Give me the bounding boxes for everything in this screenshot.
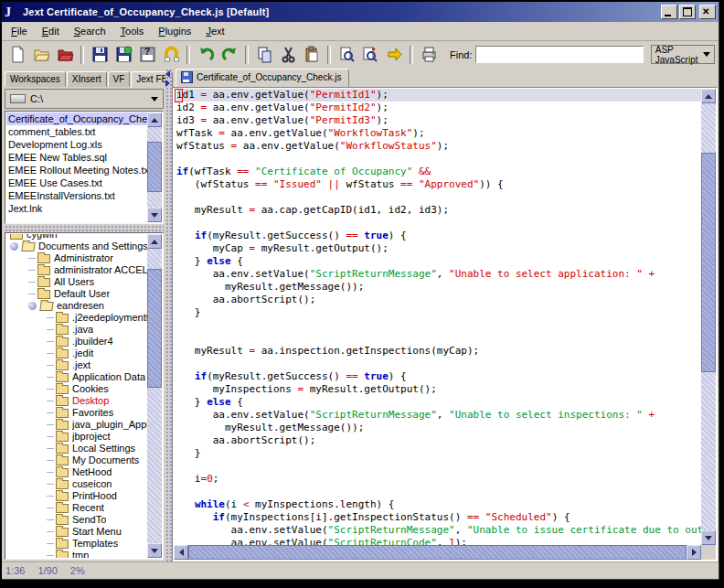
tree-item-all-users[interactable]: All Users [6,276,147,288]
save-button[interactable] [89,44,111,65]
new-file-button[interactable] [6,44,28,65]
vertical-splitter[interactable] [165,69,172,561]
scroll-thumb[interactable] [188,545,687,560]
tab-vf[interactable]: VF [108,71,131,87]
tree-item-default-user[interactable]: Default User [6,288,147,300]
tree-item-start-menu[interactable]: Start Menu [6,526,147,538]
tree-item--jedit[interactable]: .jedit [6,347,147,359]
cut-button[interactable] [277,44,299,65]
code-editor[interactable]: id1 = aa.env.getValue("PermitId1");id2 =… [174,89,701,545]
syntax-mode-combo[interactable]: ASP JavaScript [651,45,715,64]
menu-file[interactable]: File [4,24,35,38]
tree-item-java-plugin-appletstore[interactable]: java_plugin_AppletStore [6,419,147,431]
scroll-down-button[interactable] [147,208,162,222]
tree-item-sendto[interactable]: SendTo [6,514,147,526]
arrow-up-icon [151,118,158,123]
editor-horizontal-scrollbar[interactable] [174,545,701,560]
code-token: aa.cap.getCapID(id1, id2, id3); [255,204,449,216]
tree-item-documents-and-settings[interactable]: Documents and Settings [6,241,147,252]
menu-tools[interactable]: Tools [113,24,152,38]
tree-scrollbar[interactable] [147,234,162,558]
scroll-down-button[interactable] [701,530,716,545]
scroll-up-button[interactable] [701,89,716,103]
file-item[interactable]: Jext.lnk [6,202,147,215]
tab-workspaces[interactable]: Workspaces [5,71,66,87]
tree-item--j2eedeploymenttool[interactable]: .j2eedeploymenttool [6,312,147,324]
tree-item-desktop[interactable]: Desktop [6,395,147,407]
tree-item-label: Local Settings [72,443,135,454]
tree-item-tmp[interactable]: tmp [6,550,147,558]
file-item[interactable]: Certificate_of_Occupancy_Check.js [6,112,147,125]
menu-search[interactable]: Search [67,24,113,38]
copy-button[interactable] [253,44,275,65]
redo-button[interactable] [218,44,240,65]
tree-item--jbuilder4[interactable]: .jbuilder4 [6,336,147,347]
expand-handle-icon[interactable] [10,242,18,251]
menu-plugins[interactable]: Plugins [151,24,198,38]
tree-item-templates[interactable]: Templates [6,538,147,550]
scroll-down-button[interactable] [147,543,162,558]
minimize-button[interactable] [661,5,677,19]
file-list-scrollbar[interactable] [147,112,162,222]
file-item[interactable]: EMEE Use Cases.txt [6,176,147,189]
editor-vertical-scrollbar[interactable] [701,89,716,545]
tree-item-jbproject[interactable]: jbproject [6,431,147,443]
code-line: aa.abortScript(); [176,434,701,447]
scroll-right-button[interactable] [687,545,701,560]
file-item[interactable]: EMEE New Tables.sql [6,151,147,164]
scroll-thumb[interactable] [147,142,162,192]
close-button[interactable]: ✕ [699,5,716,19]
tree-item-eandresen[interactable]: eandresen [6,300,147,312]
folder-icon [56,421,69,430]
find-replace-button[interactable]: * [359,44,381,65]
tree-item-administrator-accela[interactable]: administrator ACCELA [6,264,147,276]
tree-item-application-data[interactable]: Application Data [6,371,147,383]
tree-item-recent[interactable]: Recent [6,502,147,514]
expand-handle-icon[interactable] [28,302,37,310]
horizontal-splitter[interactable] [5,225,164,231]
tree-item-cygwin[interactable]: cygwin [6,234,147,241]
code-token: aa.abortScript(); [176,434,315,446]
file-item[interactable]: comment_tables.txt [6,125,147,138]
scroll-up-button[interactable] [147,112,162,127]
open-file-button[interactable] [30,44,52,65]
tree-item-favorites[interactable]: Favorites [6,407,147,419]
tree-item-nethood[interactable]: NetHood [6,466,147,478]
code-token: "Unable to issue certificate due to outs… [467,524,701,536]
save-as-button[interactable]: ? [136,44,158,65]
file-item[interactable]: Development Log.xls [6,138,147,151]
scroll-up-button[interactable] [147,234,162,249]
collapse-right-icon[interactable] [165,80,170,87]
tree-item--jext[interactable]: .jext [6,359,147,371]
scroll-left-button[interactable] [174,545,188,560]
tree-item-administrator[interactable]: Administrator [6,252,147,264]
drive-combo[interactable]: C:\ [5,89,164,109]
save-all-button[interactable] [112,44,134,65]
maximize-button[interactable] [679,5,696,19]
scroll-thumb[interactable] [701,153,716,372]
editor-tab[interactable]: Certificate_of_Occupancy_Check.js [176,69,349,87]
find-input[interactable] [475,46,643,63]
magnet-button[interactable] [160,44,182,65]
tree-item-cookies[interactable]: Cookies [6,383,147,395]
file-item[interactable]: EMEE Rollout Meeting Notes.txt [6,164,147,176]
tab-xinsert[interactable]: XInsert [67,71,107,87]
code-token: == [467,511,479,523]
close-file-button[interactable] [54,44,76,65]
paste-button[interactable] [301,44,323,65]
find-next-button[interactable] [383,44,405,65]
collapse-left-icon[interactable] [165,70,170,78]
tree-item-printhood[interactable]: PrintHood [6,490,147,502]
file-item[interactable]: EMEEInstallVersions.txt [6,189,147,202]
find-button[interactable] [335,44,357,65]
menu-jext[interactable]: Jext [198,24,231,38]
scroll-thumb[interactable] [147,269,162,388]
menu-edit[interactable]: Edit [35,24,67,38]
tree-item-my-documents[interactable]: My Documents [6,454,147,466]
tree-item--java[interactable]: .java [6,324,147,336]
tree-item-cuseicon[interactable]: cuseicon [6,478,147,490]
tree-item-local-settings[interactable]: Local Settings [6,443,147,454]
print-button[interactable] [418,44,440,65]
undo-button[interactable] [195,44,217,65]
title-bar[interactable]: J Jext Certificate_of_Occupancy_Check.js… [2,2,719,22]
